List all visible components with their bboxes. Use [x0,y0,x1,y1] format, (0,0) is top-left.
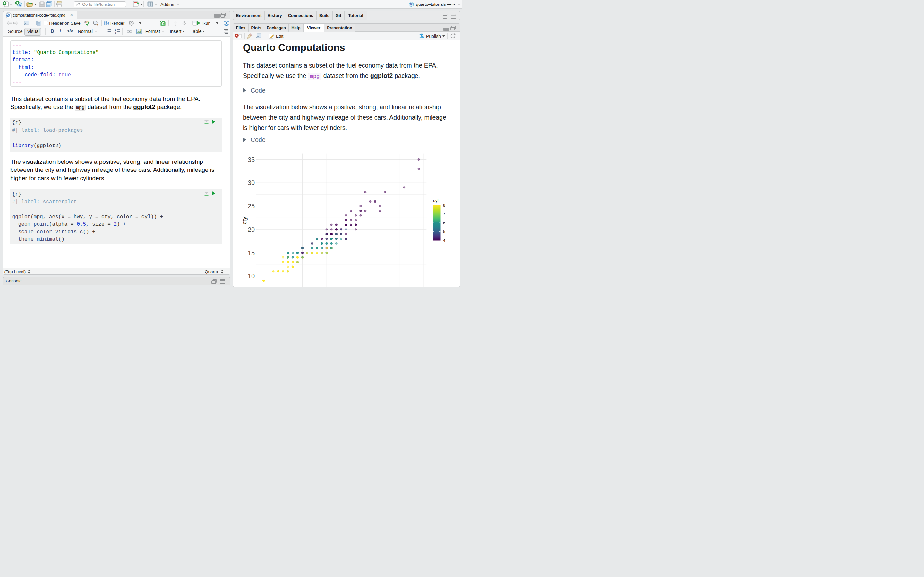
svg-text:cty: cty [241,216,248,224]
svg-text:ABC: ABC [84,21,90,24]
svg-text:8: 8 [443,203,445,208]
svg-text:10: 10 [248,272,255,279]
svg-text:7: 7 [443,212,445,216]
svg-text:20: 20 [248,226,255,233]
svg-text:35: 35 [248,156,255,163]
svg-text:4: 4 [443,239,445,243]
svg-text:R: R [410,3,412,6]
svg-text:2: 2 [115,32,116,34]
svg-text:cyl: cyl [433,198,439,203]
svg-text:5: 5 [443,229,445,234]
svg-text:25: 25 [248,203,255,210]
svg-text:6: 6 [443,221,445,226]
svg-text:15: 15 [248,250,255,256]
svg-text:30: 30 [248,179,255,186]
svg-text:1: 1 [115,29,116,31]
